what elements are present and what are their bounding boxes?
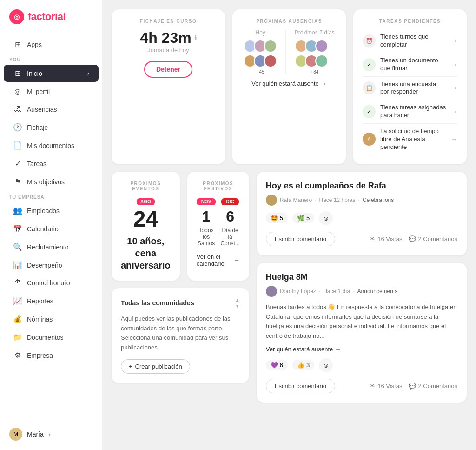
comment-icon: 💬 xyxy=(409,383,416,390)
sidebar-item-nominas[interactable]: 💰 Nóminas xyxy=(4,310,99,328)
arrow-icon: → xyxy=(451,108,457,115)
write-comment-button[interactable]: Escribir comentario xyxy=(266,379,335,393)
festivo-day: 1 xyxy=(197,208,216,225)
reaction-pill[interactable]: 🌿 5 xyxy=(292,213,314,223)
mi-perfil-label: Mi perfil xyxy=(27,88,50,95)
sidebar-item-control-horario[interactable]: ⏱ Control horario xyxy=(4,275,99,291)
post2-meta: Dorothy López · Hace 1 día · Announcemen… xyxy=(266,286,457,297)
left-column: PRÓXIMOS EVENTOS AGO 24 10 años, cena an… xyxy=(112,172,249,410)
info-icon[interactable]: ℹ xyxy=(194,34,197,42)
sidebar-item-reclutamiento[interactable]: 🔍 Reclutamiento xyxy=(4,238,99,255)
logo-icon: ◎ xyxy=(9,9,24,24)
evento-day: 24 xyxy=(121,208,171,230)
ausencias-label: Ausencias xyxy=(27,106,57,113)
comment-icon: 💬 xyxy=(409,235,416,242)
post2-stats: 👁 16 Vistas 💬 2 Comentarios xyxy=(370,383,457,390)
festivo-name: Día de la Const... xyxy=(220,227,239,247)
you-section-label: YOU xyxy=(0,54,102,64)
reaction-pill[interactable]: 💜 6 xyxy=(266,360,288,370)
calendario-label: Calendario xyxy=(27,225,59,233)
documentos-icon: 📁 xyxy=(13,333,22,342)
user-footer[interactable]: M María ▾ xyxy=(0,423,102,445)
empresa-label: Empresa xyxy=(27,352,53,359)
post2-body: Buenas tardes a todos 👋 En respuesta a l… xyxy=(266,302,457,341)
avatar: A xyxy=(363,133,376,146)
reaction-pill[interactable]: 👍 3 xyxy=(292,360,314,370)
festivo-name: Todos los Santos xyxy=(197,227,216,247)
sidebar-item-apps[interactable]: ⊞ Apps xyxy=(4,36,99,53)
festivo-badge: DIC xyxy=(221,198,238,205)
sidebar-item-desempeno[interactable]: 📊 Desempeño xyxy=(4,256,99,274)
add-reaction-button[interactable]: ☺ xyxy=(319,211,333,225)
posts-column: Hoy es el cumpleaños de Rafa Rafa Manero… xyxy=(257,172,467,410)
inicio-label: Inicio xyxy=(27,70,42,77)
logo-text: factorial xyxy=(28,11,66,23)
detener-button[interactable]: Detener xyxy=(144,61,192,78)
eventos-card: PRÓXIMOS EVENTOS AGO 24 10 años, cena an… xyxy=(112,172,180,281)
post2-time: Hace 1 día xyxy=(323,288,350,295)
calendario-link[interactable]: Ver en el calendario → xyxy=(197,253,240,267)
chevron-down-icon[interactable]: ▼ xyxy=(235,303,240,309)
sidebar-item-mis-documentos[interactable]: 📄 Mis documentos xyxy=(4,137,99,154)
tarea-icon: ⏰ xyxy=(363,34,376,47)
post1-author: Rafa Manero xyxy=(280,197,312,203)
sidebar-item-mi-perfil[interactable]: ◎ Mi perfil xyxy=(4,83,99,100)
mis-documentos-icon: 📄 xyxy=(13,141,22,150)
festivos-list: NOV 1 Todos los Santos DIC 6 Día de la C… xyxy=(197,197,240,247)
comunidades-selector[interactable]: Todas las comunidades xyxy=(121,299,194,307)
post1-reactions: 🤩 5 🌿 5 ☺ xyxy=(266,211,457,225)
sidebar-item-calendario[interactable]: 📅 Calendario xyxy=(4,220,99,237)
apps-label: Apps xyxy=(27,41,42,48)
tarea-text: Tienes tareas asignadas para hacer xyxy=(380,104,446,120)
fichaje-section-title: FICHAJE EN CURSO xyxy=(121,19,216,24)
fichaje-subtitle: Jornada de hoy xyxy=(121,47,216,54)
documentos-label: Documentos xyxy=(27,334,64,341)
tarea-item[interactable]: A La solicitud de tiempo libre de Ana es… xyxy=(363,124,457,155)
nominas-label: Nóminas xyxy=(27,316,53,323)
fichaje-time: 4h 23m ℹ xyxy=(121,29,216,47)
sidebar-item-documentos[interactable]: 📁 Documentos xyxy=(4,329,99,346)
sidebar-item-ausencias[interactable]: 🏖 Ausencias xyxy=(4,101,99,118)
sidebar-item-reportes[interactable]: 📈 Reportes xyxy=(4,292,99,309)
tarea-item[interactable]: 📋 Tienes una encuesta por responder → xyxy=(363,77,457,101)
comments-stat: 💬 2 Comentarios xyxy=(409,383,457,390)
ausencias-icon: 🏖 xyxy=(13,105,22,114)
ausencias-hoy-count: +45 xyxy=(244,69,277,74)
tareas-label: Tareas xyxy=(27,160,46,168)
post1-title: Hoy es el cumpleaños de Rafa xyxy=(266,181,457,191)
evento-description: 10 años, cena aniversario xyxy=(121,235,171,271)
tarea-item[interactable]: ⏰ Tienes turnos que completar → xyxy=(363,29,457,53)
eventos-festivos-row: PRÓXIMOS EVENTOS AGO 24 10 años, cena an… xyxy=(112,172,249,281)
tarea-item[interactable]: ✓ Tienes un documento que firmar → xyxy=(363,53,457,77)
chevron-up-icon[interactable]: ▲ xyxy=(235,297,240,302)
tarea-text: La solicitud de tiempo libre de Ana está… xyxy=(380,128,446,151)
sidebar-item-mis-objetivos[interactable]: ⚑ Mis objetivos xyxy=(4,173,99,190)
festivo-item: DIC 6 Día de la Const... xyxy=(220,197,239,247)
sidebar-item-inicio[interactable]: ⊞ Inicio › xyxy=(4,65,99,82)
reaction-pill[interactable]: 🤩 5 xyxy=(266,213,288,223)
post1-actions: Escribir comentario 👁 16 Vistas 💬 2 Come… xyxy=(266,232,457,246)
avatar-stack-hoy xyxy=(244,40,277,53)
sidebar-item-empleados[interactable]: 👥 Empleados xyxy=(4,202,99,219)
comments-stat: 💬 2 Comentarios xyxy=(409,235,457,242)
mis-objetivos-icon: ⚑ xyxy=(13,177,22,186)
write-comment-button[interactable]: Escribir comentario xyxy=(266,232,335,246)
tareas-icon: ✓ xyxy=(13,159,22,168)
post2-actions: Escribir comentario 👁 16 Vistas 💬 2 Come… xyxy=(266,379,457,393)
comunidades-arrows[interactable]: ▲ ▼ xyxy=(235,297,240,309)
ausencias-link[interactable]: Ver quién estará ausente → xyxy=(242,80,337,87)
post2-link[interactable]: Ver quién estará ausente → xyxy=(266,346,457,353)
arrow-icon: → xyxy=(335,346,341,353)
tarea-icon: ✓ xyxy=(363,105,376,118)
add-reaction-button[interactable]: ☺ xyxy=(319,358,333,372)
chevron-right-icon: › xyxy=(87,70,89,77)
post2-title: Huelga 8M xyxy=(266,272,457,282)
comunidades-body: Aquí puedes ver las publicaciones de las… xyxy=(121,314,240,353)
tarea-item[interactable]: ✓ Tienes tareas asignadas para hacer → xyxy=(363,100,457,124)
sidebar-item-fichaje[interactable]: 🕐 Fichaje xyxy=(4,119,99,136)
crear-publicacion-button[interactable]: + Crear publicación xyxy=(121,359,190,374)
sidebar-item-empresa[interactable]: ⚙ Empresa xyxy=(4,347,99,364)
empleados-icon: 👥 xyxy=(13,206,22,215)
brand-logo[interactable]: ◎ factorial xyxy=(0,9,102,35)
sidebar-item-tareas[interactable]: ✓ Tareas xyxy=(4,155,99,172)
